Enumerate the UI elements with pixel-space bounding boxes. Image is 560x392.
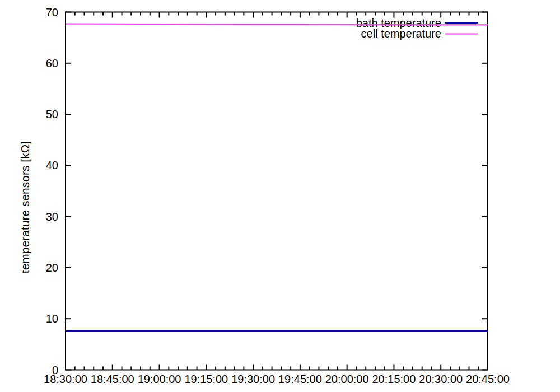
x-tick-label: 19:30:00	[231, 373, 275, 385]
y-axis-label: temperature sensors [kΩ]	[18, 141, 31, 273]
legend-label: cell temperature	[361, 27, 441, 40]
plot-generated-content: 01020304050607018:30:0018:45:0019:00:001…	[44, 6, 510, 386]
x-tick-label: 19:00:00	[138, 373, 181, 385]
x-tick-label: 18:30:00	[44, 373, 87, 385]
y-tick-label: 10	[46, 312, 58, 325]
y-tick-label: 60	[46, 57, 58, 69]
y-tick-label: 50	[46, 108, 58, 120]
plot-border	[66, 12, 488, 370]
temperature-sensors-chart: temperature sensors [kΩ] 010203040506070…	[0, 0, 560, 392]
x-tick-label: 19:15:00	[184, 373, 228, 385]
x-tick-label: 20:00:00	[325, 373, 369, 385]
x-tick-label: 19:45:00	[278, 373, 322, 385]
y-tick-label: 40	[46, 159, 58, 171]
y-tick-label: 20	[46, 262, 58, 274]
chart-figure: temperature sensors [kΩ] 010203040506070…	[0, 0, 560, 392]
x-tick-label: 18:45:00	[91, 373, 134, 385]
x-tick-label: 20:30:00	[419, 373, 463, 385]
x-tick-label: 20:15:00	[372, 373, 416, 385]
y-tick-label: 70	[46, 6, 58, 18]
x-tick-label: 20:45:00	[466, 373, 510, 385]
y-tick-label: 30	[46, 211, 58, 223]
